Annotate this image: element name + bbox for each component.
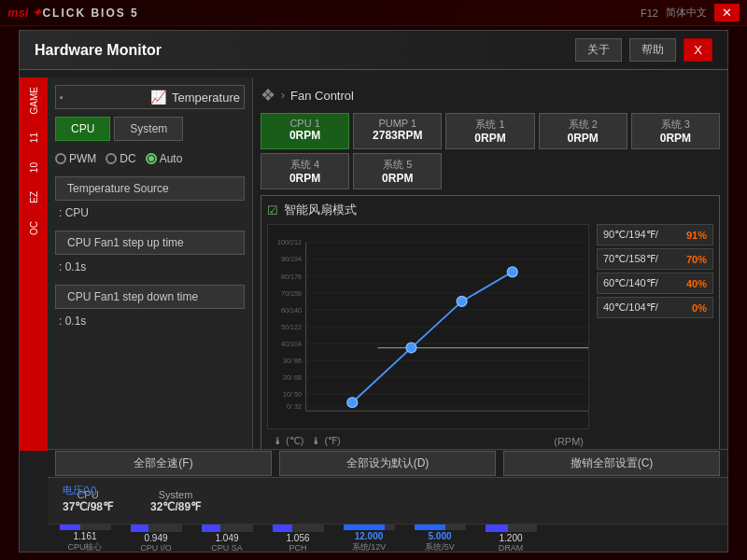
svg-text:70/158: 70/158 xyxy=(281,289,302,298)
fan-step-down-value: : 0.1s xyxy=(55,313,245,329)
voltage-sys12v: 12.000 系统/12V xyxy=(341,524,397,552)
fan-item-cpu1[interactable]: CPU 1 0RPM xyxy=(261,113,349,149)
radio-auto-label: Auto xyxy=(160,152,183,165)
content-area: ▪ 📈 Temperature CPU System PWM DC xyxy=(48,77,727,477)
title-close-btn[interactable]: ✕ xyxy=(714,4,740,21)
smart-fan-checkbox[interactable]: ☑ xyxy=(267,203,278,217)
radio-dc[interactable]: DC xyxy=(106,152,135,165)
sidebar-item-11[interactable]: 11 xyxy=(29,133,39,143)
collapse-icon[interactable]: ▪ xyxy=(60,91,63,103)
svg-point-26 xyxy=(507,267,517,277)
fahrenheit-icon: 🌡 (℉) xyxy=(311,435,340,447)
voltage-fill-cpu-core xyxy=(60,524,80,530)
status-bar: CPU 37℃/98℉ System 32℃/89℉ xyxy=(48,477,727,524)
sidebar-item-oc[interactable]: OC xyxy=(29,221,39,235)
sidebar-item-ez[interactable]: EZ xyxy=(29,191,39,203)
cancel-all-button[interactable]: 撤销全部设置(C) xyxy=(503,451,720,476)
main-window: Hardware Monitor 关于 帮助 X GAME 11 10 EZ O… xyxy=(19,30,728,553)
fan-item-sys2[interactable]: 系统 2 0RPM xyxy=(539,113,627,149)
voltage-value-cpu-io: 0.949 xyxy=(144,533,167,543)
svg-point-23 xyxy=(347,398,358,408)
tab-cpu[interactable]: CPU xyxy=(55,117,110,141)
fan-item-pump1[interactable]: PUMP 1 2783RPM xyxy=(353,113,442,149)
help-button[interactable]: 帮助 xyxy=(629,38,676,62)
rpm-label: (RPM) xyxy=(554,436,584,447)
threshold-row-1[interactable]: 90℃/194℉/ 91% xyxy=(597,224,713,245)
smart-fan-section: ☑ 智能风扇模式 xyxy=(261,195,720,455)
voltage-fill-pch xyxy=(273,525,292,532)
tab-system[interactable]: System xyxy=(114,117,183,141)
header-buttons: 关于 帮助 X xyxy=(575,38,712,62)
fan-item-sys5[interactable]: 系统 5 0RPM xyxy=(353,153,442,189)
temp-source-button[interactable]: Temperature Source xyxy=(55,176,245,201)
threshold-row-2[interactable]: 70℃/158℉/ 70% xyxy=(597,248,713,270)
radio-auto[interactable]: Auto xyxy=(146,152,183,165)
voltage-value-dram: 1.200 xyxy=(499,533,522,543)
temperature-panel-title: Temperature xyxy=(172,91,240,105)
svg-text:20/ 68: 20/ 68 xyxy=(283,373,302,382)
fan-item-sys4[interactable]: 系统 4 0RPM xyxy=(261,153,349,189)
voltage-track-cpu-core xyxy=(60,524,111,530)
fan-step-down-button[interactable]: CPU Fan1 step down time xyxy=(55,285,245,309)
svg-text:30/ 86: 30/ 86 xyxy=(283,357,302,365)
sidebar-item-game[interactable]: GAME xyxy=(29,87,39,114)
fan-control-icon: ❖ xyxy=(261,85,275,105)
voltage-name-cpu-sa: CPU SA xyxy=(211,543,243,553)
fan-step-up-button[interactable]: CPU Fan1 step up time xyxy=(55,231,245,255)
voltage-cpu-core: 1.161 CPU核心 xyxy=(57,524,113,552)
svg-text:50/122: 50/122 xyxy=(281,323,302,331)
voltage-dram: 1.200 DRAM xyxy=(483,525,539,553)
voltage-fill-sys12v xyxy=(344,524,385,530)
right-panel: ❖ › Fan Control CPU 1 0RPM PUMP 1 2783RP… xyxy=(253,77,727,477)
voltage-track-dram xyxy=(486,525,537,532)
radio-dc-circle xyxy=(106,153,117,164)
fan-control-title: Fan Control xyxy=(290,89,354,103)
title-bar: msi ✦ CLICK BIOS 5 F12 简体中文 ✕ xyxy=(0,0,747,26)
threshold-row-3[interactable]: 60℃/140℉/ 40% xyxy=(597,273,713,294)
fan-grid-row1: CPU 1 0RPM PUMP 1 2783RPM 系统 1 0RPM 系统 2… xyxy=(261,113,720,149)
smart-fan-label: 智能风扇模式 xyxy=(284,202,357,218)
fan-curve-chart[interactable]: 100/212 90/194 80/176 70/158 60/140 50/1… xyxy=(267,224,589,429)
msi-logo: msi xyxy=(7,6,28,20)
voltage-pch: 1.056 PCH xyxy=(270,525,326,553)
window-header: Hardware Monitor 关于 帮助 X xyxy=(20,31,727,70)
smart-fan-title-bar: ☑ 智能风扇模式 xyxy=(267,202,713,218)
svg-point-25 xyxy=(457,297,467,307)
all-full-speed-button[interactable]: 全部全速(F) xyxy=(55,451,272,476)
sidebar-item-10[interactable]: 10 xyxy=(29,162,39,173)
f12-label: F12 xyxy=(641,7,658,19)
window-title: Hardware Monitor xyxy=(35,42,162,59)
click-icon: ✦ xyxy=(32,6,42,20)
svg-point-24 xyxy=(406,343,416,353)
chart-icon: 📈 xyxy=(150,90,166,105)
fan-item-sys3[interactable]: 系统 3 0RPM xyxy=(631,113,720,149)
voltage-cpu-io: 0.949 CPU I/O xyxy=(128,525,184,553)
voltage-fill-dram xyxy=(486,525,508,532)
voltage-track-cpu-io xyxy=(131,525,182,532)
voltage-name-pch: PCH xyxy=(289,543,306,553)
svg-text:60/140: 60/140 xyxy=(281,306,302,315)
action-buttons: 全部全速(F) 全部设为默认(D) 撤销全部设置(C) xyxy=(48,449,727,477)
voltage-name-cpu-io: CPU I/O xyxy=(140,543,172,553)
about-button[interactable]: 关于 xyxy=(575,38,622,62)
all-default-button[interactable]: 全部设为默认(D) xyxy=(279,451,496,476)
app-title: CLICK BIOS 5 xyxy=(42,7,138,20)
close-button[interactable]: X xyxy=(684,38,712,62)
radio-pwm-circle xyxy=(55,153,66,164)
voltage-cpu-sa: 1.049 CPU SA xyxy=(199,525,255,553)
voltage-value-cpu-sa: 1.049 xyxy=(215,533,238,543)
radio-pwm[interactable]: PWM xyxy=(55,152,96,165)
lang-selector[interactable]: 简体中文 xyxy=(666,6,707,20)
voltage-bar-section: 1.161 CPU核心 0.949 CPU I/O 1.049 CPU SA 1… xyxy=(48,524,727,552)
voltage-value-pch: 1.056 xyxy=(286,533,309,543)
fan-item-sys1[interactable]: 系统 1 0RPM xyxy=(445,113,534,149)
voltage-value-sys12v: 12.000 xyxy=(355,531,384,541)
temperature-panel-header: ▪ 📈 Temperature xyxy=(55,85,245,109)
threshold-row-4[interactable]: 40℃/104℉/ 0% xyxy=(597,297,713,318)
voltage-header[interactable]: 电压(V) xyxy=(48,483,112,497)
chart-bottom-icons: 🌡 (℃) 🌡 (℉) (RPM) xyxy=(267,433,589,449)
tab-buttons: CPU System xyxy=(55,117,245,141)
voltage-track-sys5v xyxy=(415,524,466,530)
voltage-track-pch xyxy=(273,525,324,532)
fan-control-header: ❖ › Fan Control xyxy=(261,85,720,105)
